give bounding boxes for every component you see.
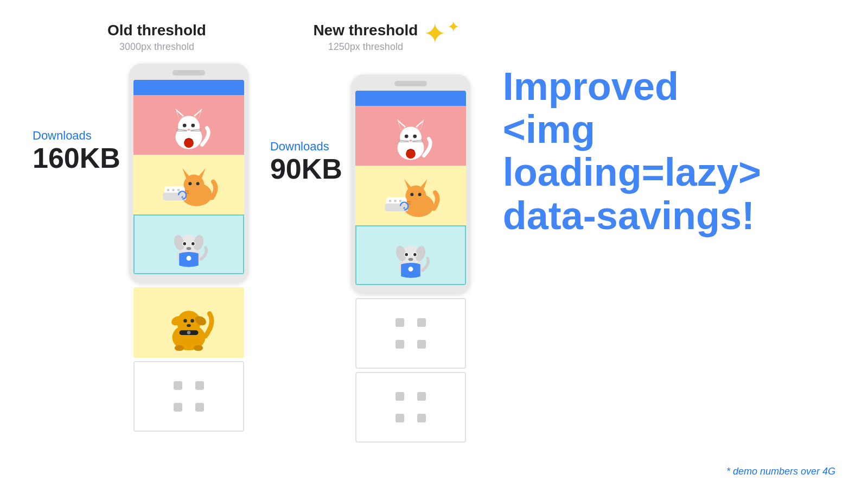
old-threshold-content: Downloads 160KB bbox=[33, 64, 248, 432]
new-phone-slot-1 bbox=[355, 106, 466, 166]
new-loading-placeholder-1 bbox=[355, 298, 466, 369]
old-threshold-header: Old threshold 3000px threshold bbox=[107, 22, 206, 53]
new-phone-screen bbox=[355, 91, 466, 285]
svg-marker-17 bbox=[198, 168, 206, 178]
svg-point-36 bbox=[186, 247, 191, 250]
old-threshold-subtitle: 3000px threshold bbox=[107, 41, 206, 53]
old-phone-screen bbox=[133, 80, 244, 274]
improved-heading: Improved <img loading=lazy> data-savings… bbox=[503, 65, 835, 237]
svg-point-18 bbox=[188, 182, 192, 185]
old-threshold-title: Old threshold bbox=[107, 22, 206, 39]
old-phone-mockup bbox=[129, 64, 248, 283]
svg-point-24 bbox=[167, 188, 170, 191]
new-threshold-header-row: New threshold 1250px threshold ✦✦ bbox=[313, 22, 459, 64]
svg-point-68 bbox=[418, 193, 421, 196]
old-threshold-col: Old threshold 3000px threshold Downloads… bbox=[33, 22, 248, 432]
svg-point-46 bbox=[187, 331, 191, 334]
new-cat-red-svg bbox=[373, 109, 449, 163]
svg-point-6 bbox=[183, 124, 187, 128]
new-loading-placeholder-2 bbox=[355, 372, 466, 443]
cat-red-svg bbox=[151, 98, 227, 152]
new-threshold-col: New threshold 1250px threshold ✦✦ Downlo… bbox=[270, 22, 470, 443]
old-loading-spinner bbox=[174, 381, 204, 412]
new-threshold-subtitle: 1250px threshold bbox=[313, 41, 418, 53]
new-download-label: Downloads bbox=[270, 140, 342, 154]
svg-point-57 bbox=[409, 140, 412, 141]
old-download-label: Downloads bbox=[33, 129, 120, 143]
svg-point-56 bbox=[413, 135, 417, 138]
old-loading-placeholder bbox=[133, 361, 244, 432]
new-phone-header-bar bbox=[355, 91, 466, 106]
svg-point-83 bbox=[405, 253, 408, 256]
sparkle-icon: ✦✦ bbox=[423, 20, 459, 48]
old-phone-slot-1 bbox=[133, 95, 244, 155]
cat-yellow-svg bbox=[151, 159, 227, 211]
svg-point-50 bbox=[400, 127, 422, 148]
new-phone-slot-3 bbox=[355, 225, 466, 285]
new-cat-yellow-svg bbox=[373, 170, 449, 222]
old-phone-slot-2 bbox=[133, 155, 244, 214]
svg-marker-66 bbox=[419, 179, 427, 189]
svg-marker-65 bbox=[404, 179, 412, 189]
svg-point-42 bbox=[183, 319, 187, 323]
svg-point-7 bbox=[191, 124, 195, 128]
dog-yellow-svg bbox=[137, 290, 240, 355]
svg-point-25 bbox=[172, 188, 175, 191]
new-phone-notch bbox=[394, 81, 427, 86]
improved-line3: data-savings! bbox=[503, 194, 755, 237]
svg-point-26 bbox=[177, 188, 180, 191]
svg-point-43 bbox=[190, 319, 194, 323]
new-loading-spinner-1 bbox=[395, 318, 426, 349]
new-phone-area bbox=[351, 74, 470, 443]
dog-cyan-svg bbox=[151, 217, 227, 271]
old-extra-image-1 bbox=[133, 287, 244, 358]
svg-point-55 bbox=[405, 135, 409, 138]
info-section: Improved <img loading=lazy> data-savings… bbox=[492, 22, 835, 237]
svg-point-37 bbox=[186, 256, 191, 261]
improved-line1: Improved bbox=[503, 65, 679, 108]
svg-point-75 bbox=[399, 199, 401, 202]
new-download-size: 90KB bbox=[270, 154, 342, 185]
demo-note: * demo numbers over 4G bbox=[726, 466, 835, 477]
svg-point-67 bbox=[410, 193, 413, 196]
new-below-images bbox=[351, 298, 470, 443]
old-download-stats: Downloads 160KB bbox=[33, 129, 120, 174]
svg-point-1 bbox=[178, 116, 200, 137]
new-download-stats: Downloads 90KB bbox=[270, 140, 342, 185]
old-phone-header-bar bbox=[133, 80, 244, 95]
new-dog-cyan-svg bbox=[373, 228, 449, 282]
new-loading-spinner-2 bbox=[395, 392, 426, 422]
old-download-size: 160KB bbox=[33, 143, 120, 174]
sections-wrapper: Old threshold 3000px threshold Downloads… bbox=[33, 22, 835, 477]
svg-point-74 bbox=[394, 199, 397, 202]
new-threshold-title: New threshold bbox=[313, 22, 418, 39]
svg-point-73 bbox=[388, 199, 391, 202]
svg-point-8 bbox=[187, 129, 190, 130]
svg-point-85 bbox=[408, 258, 413, 261]
new-phone-mockup bbox=[351, 74, 470, 294]
old-phone-area bbox=[129, 64, 248, 432]
main-container: Old threshold 3000px threshold Downloads… bbox=[0, 0, 868, 499]
new-phone-slot-2 bbox=[355, 166, 466, 225]
svg-point-86 bbox=[408, 267, 413, 271]
svg-point-84 bbox=[413, 253, 417, 256]
improved-line2: <img loading=lazy> bbox=[503, 108, 761, 194]
new-threshold-content: Downloads 90KB bbox=[270, 74, 470, 443]
svg-point-19 bbox=[196, 182, 200, 185]
svg-point-35 bbox=[192, 242, 195, 245]
svg-marker-16 bbox=[182, 168, 190, 178]
old-phone-notch bbox=[173, 70, 205, 75]
svg-point-48 bbox=[194, 345, 203, 351]
old-phone-slot-3 bbox=[133, 214, 244, 274]
svg-point-44 bbox=[187, 324, 191, 327]
svg-point-47 bbox=[175, 345, 184, 351]
new-threshold-header: New threshold 1250px threshold bbox=[313, 22, 418, 53]
svg-point-34 bbox=[183, 242, 186, 245]
old-below-images bbox=[129, 287, 248, 432]
